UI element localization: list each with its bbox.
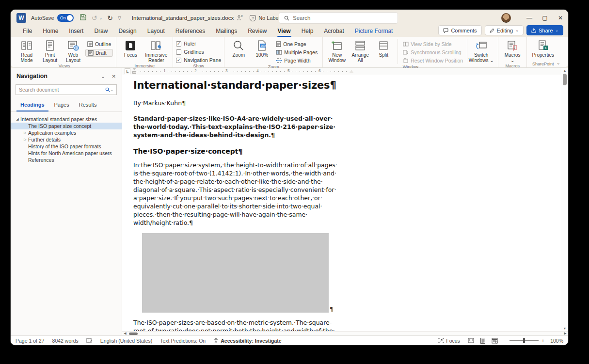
print-layout-button[interactable]: Print Layout	[39, 39, 61, 63]
nav-search-input[interactable]: Search document ⌄	[16, 84, 117, 95]
zoom-slider-thumb[interactable]	[523, 338, 525, 343]
navigation-pane-checkbox[interactable]: Navigation Pane	[176, 57, 221, 63]
macros-button[interactable]: Macros⌄	[501, 39, 524, 63]
redo-icon[interactable]: ↻	[107, 14, 113, 22]
tab-design[interactable]: Design	[113, 27, 142, 37]
nav-search-caret-icon[interactable]: ⌄	[110, 88, 113, 92]
zoom-button[interactable]: Zoom	[227, 39, 250, 58]
autosave-toggle[interactable]: On	[57, 14, 74, 22]
web-layout-button[interactable]: Web Layout	[62, 39, 84, 63]
document-page[interactable]: International·​standard·​paper·​sizes¶ B…	[122, 75, 561, 331]
tab-acrobat[interactable]: Acrobat	[318, 27, 349, 37]
tab-layout[interactable]: Layout	[142, 27, 170, 37]
undo-icon[interactable]: ↺	[92, 14, 97, 22]
nav-heading-item-selected[interactable]: The ISO paper size concept	[11, 123, 122, 129]
horizontal-ruler[interactable]: L 1 2 3 4 5 6	[122, 68, 568, 75]
scroll-left-icon[interactable]: ◀	[122, 332, 128, 335]
right-indent-marker[interactable]	[350, 70, 353, 73]
document-title[interactable]: International_standard_paper_sizes.docx	[132, 15, 234, 21]
horizontal-scroll-thumb[interactable]	[129, 332, 138, 335]
immersive-reader-button[interactable]: Immersive Reader	[143, 39, 170, 63]
split-button[interactable]: Split	[372, 39, 395, 58]
presence-icon[interactable]: R	[237, 15, 243, 21]
vertical-scroll-thumb[interactable]	[563, 74, 567, 85]
avatar[interactable]	[501, 13, 511, 23]
web-layout-view-icon[interactable]	[492, 338, 498, 344]
zoom-slider[interactable]: − +	[504, 338, 544, 344]
zoom-100-button[interactable]: 100 100%	[251, 39, 273, 58]
reset-window-position-button[interactable]: Reset Window Position	[402, 57, 464, 64]
nav-heading-item[interactable]: ▷Application examples	[11, 129, 122, 136]
restore-button[interactable]: ▢	[537, 10, 553, 26]
tab-selector[interactable]: L	[125, 68, 130, 74]
minimize-button[interactable]: —	[522, 10, 537, 26]
tab-view[interactable]: View	[272, 27, 296, 37]
tab-file[interactable]: File	[17, 27, 37, 37]
close-button[interactable]: ✕	[553, 10, 568, 26]
tab-review[interactable]: Review	[242, 27, 272, 37]
nav-heading-item[interactable]: References	[11, 157, 122, 163]
tab-insert[interactable]: Insert	[64, 27, 89, 37]
tab-draw[interactable]: Draw	[89, 27, 113, 37]
word-count[interactable]: 8042 words	[52, 338, 79, 344]
tab-help[interactable]: Help	[296, 27, 319, 37]
save-icon[interactable]	[80, 14, 87, 22]
outline-button[interactable]: Outline	[85, 41, 113, 47]
print-layout-view-icon[interactable]	[480, 338, 486, 344]
proofing-icon[interactable]	[86, 338, 93, 343]
properties-button[interactable]: s Properties	[530, 39, 556, 58]
multiple-pages-button[interactable]: Multiple Pages	[274, 49, 319, 56]
share-button[interactable]: Share⌄	[526, 25, 563, 35]
scroll-right-icon[interactable]: ▶	[562, 332, 568, 335]
expand-triangle-icon[interactable]: ▷	[22, 131, 28, 135]
zoom-percentage[interactable]: 100%	[550, 338, 563, 344]
draft-button[interactable]: Draft	[85, 49, 113, 57]
switch-windows-button[interactable]: Switch Windows ⌄	[467, 39, 495, 63]
tab-home[interactable]: Home	[37, 27, 64, 37]
zoom-in-icon[interactable]: +	[541, 338, 544, 344]
view-side-by-side-button[interactable]: View Side by Side	[402, 41, 464, 47]
nav-heading-item[interactable]: ◢International standard paper sizes	[11, 116, 122, 123]
word-logo-icon[interactable]: W	[16, 13, 26, 23]
search-box[interactable]: Search	[279, 12, 398, 24]
new-window-button[interactable]: New Window	[326, 39, 348, 63]
undo-caret-icon[interactable]: ⌄	[99, 16, 102, 20]
scroll-down-icon[interactable]: ▼	[561, 327, 568, 330]
tab-references[interactable]: References	[170, 27, 210, 37]
tab-mailings[interactable]: Mailings	[210, 27, 242, 37]
zoom-slider-track[interactable]	[509, 340, 539, 341]
ruler-checkbox[interactable]: Ruler	[176, 41, 221, 47]
figure-placeholder[interactable]	[142, 233, 329, 313]
collapse-ribbon-icon[interactable]: ⌄	[557, 60, 560, 65]
arrange-all-button[interactable]: Arrange All	[349, 39, 371, 63]
nav-heading-item[interactable]: History of the ISO paper formats	[11, 143, 122, 150]
tab-picture-format[interactable]: Picture Format	[350, 27, 398, 37]
first-line-indent-marker[interactable]	[132, 68, 136, 70]
one-page-button[interactable]: One Page	[274, 41, 319, 47]
nav-options-chevron-icon[interactable]: ⌄	[101, 74, 105, 79]
page-indicator[interactable]: Page 1 of 27	[16, 338, 45, 344]
nav-tab-results[interactable]: Results	[75, 100, 101, 111]
text-predictions[interactable]: Text Predictions: On	[160, 338, 206, 344]
zoom-out-icon[interactable]: −	[504, 338, 507, 344]
nav-close-icon[interactable]: ✕	[112, 74, 116, 79]
focus-mode-button[interactable]: Focus	[438, 338, 460, 344]
editing-button[interactable]: Editing⌄	[485, 25, 524, 35]
language-indicator[interactable]: English (United States)	[100, 338, 152, 344]
horizontal-scrollbar[interactable]: ◀ ▶	[122, 331, 568, 335]
nav-heading-item[interactable]: Hints for North American paper users	[11, 150, 122, 157]
gridlines-checkbox[interactable]: Gridlines	[176, 49, 221, 55]
focus-button[interactable]: Focus	[119, 39, 142, 58]
synchronous-scrolling-button[interactable]: Synchronous Scrolling	[402, 49, 464, 56]
page-width-button[interactable]: Page Width	[274, 57, 319, 64]
expand-triangle-icon[interactable]: ▷	[22, 138, 28, 142]
vertical-scrollbar[interactable]: ▲ ▼	[561, 68, 568, 331]
nav-heading-item[interactable]: ▷Further details	[11, 136, 122, 143]
scroll-up-icon[interactable]: ▲	[561, 69, 568, 72]
nav-tab-pages[interactable]: Pages	[50, 100, 73, 111]
read-mode-view-icon[interactable]	[468, 338, 474, 343]
comments-button[interactable]: Comments	[438, 25, 481, 35]
accessibility-status[interactable]: Accessibility: Investigate	[213, 338, 281, 344]
left-indent-marker[interactable]	[132, 71, 136, 74]
customize-qat-icon[interactable]: ▽	[118, 16, 121, 20]
